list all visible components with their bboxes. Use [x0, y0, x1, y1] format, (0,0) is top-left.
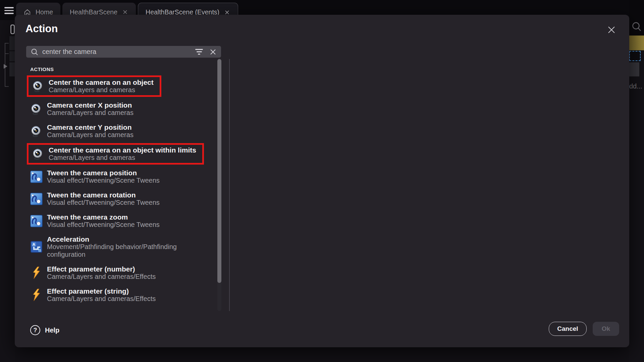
action-item-title: Center the camera on an object within li…	[49, 146, 196, 154]
ok-button[interactable]: Ok	[593, 322, 619, 336]
close-dialog-icon[interactable]	[607, 25, 616, 34]
event-color-block	[629, 36, 644, 50]
help-icon: ?	[30, 325, 40, 335]
search-icon	[31, 48, 39, 56]
action-list-item[interactable]: Effect parameter (number)Camera/Layers a…	[26, 263, 218, 283]
background-block	[9, 36, 15, 50]
action-dialog: Action ACTIONS Center the camera on an	[15, 15, 629, 347]
webcam-icon	[31, 80, 45, 93]
action-list-item[interactable]: Camera center X positionCamera/Layers an…	[26, 99, 218, 119]
gdevelop-app: Home HealthBarScene HealthBarScene (Even…	[0, 0, 644, 362]
action-item-title: Effect parameter (number)	[47, 265, 156, 273]
action-item-path: Camera/Layers and cameras	[47, 109, 133, 117]
clear-search-icon[interactable]	[209, 48, 217, 56]
scrollbar-thumb[interactable]	[217, 59, 221, 283]
help-button[interactable]: ? Help	[30, 325, 59, 335]
tree-line	[5, 86, 9, 87]
action-item-path: Visual effect/Tweening/Scene Tweens	[47, 221, 160, 229]
action-list-item[interactable]: Tween the camera positionVisual effect/T…	[26, 167, 218, 187]
cancel-button[interactable]: Cancel	[549, 322, 586, 336]
background-block	[629, 62, 639, 76]
selected-event-block	[629, 51, 641, 61]
panel-divider	[229, 59, 230, 311]
action-item-path: Camera/Layers and cameras/Effects	[47, 273, 156, 281]
action-item-title: Tween the camera zoom	[47, 213, 160, 221]
tree-line	[5, 53, 9, 54]
background-panel-right: dd...	[629, 0, 644, 362]
action-item-path: Movement/Pathfinding behavior/Pathfindin…	[47, 243, 215, 258]
svg-text:A: A	[32, 242, 35, 246]
pathfinding-icon: A B	[30, 241, 43, 253]
action-item-path: Camera/Layers and cameras/Effects	[47, 295, 156, 303]
action-item-title: Center the camera on an object	[49, 78, 154, 86]
background-block	[9, 51, 15, 61]
menu-icon[interactable]	[4, 7, 14, 16]
search-input[interactable]	[42, 48, 191, 56]
tween-icon	[30, 193, 43, 205]
expand-arrow-icon	[4, 64, 7, 69]
lightning-icon	[30, 289, 43, 301]
dialog-title: Action	[25, 23, 58, 35]
panels-icon	[10, 24, 15, 36]
background-panel-left	[0, 20, 15, 362]
action-item-path: Camera/Layers and cameras	[49, 154, 196, 162]
section-header: ACTIONS	[30, 66, 218, 72]
action-list-item[interactable]: Tween the camera zoomVisual effect/Tween…	[26, 211, 218, 231]
action-list-item[interactable]: Center the camera on an objectCamera/Lay…	[27, 75, 161, 97]
close-tab-icon[interactable]	[122, 9, 128, 15]
background-block	[9, 62, 15, 76]
action-item-title: Camera center X position	[47, 101, 133, 109]
filter-icon[interactable]	[195, 48, 204, 56]
svg-text:B: B	[38, 248, 41, 252]
webcam-icon	[31, 148, 45, 160]
action-list-item[interactable]: Tween the camera rotationVisual effect/T…	[26, 189, 218, 209]
action-list-item[interactable]: Effect parameter (string)Camera/Layers a…	[26, 285, 218, 305]
search-bar	[26, 46, 221, 58]
action-item-path: Visual effect/Tweening/Scene Tweens	[47, 177, 160, 184]
scrollbar-track[interactable]	[217, 59, 221, 311]
action-item-path: Camera/Layers and cameras	[47, 131, 133, 139]
action-list-item[interactable]: A B AccelerationMovement/Pathfinding beh…	[26, 233, 218, 261]
action-list-item[interactable]: Center the camera on an object within li…	[27, 143, 204, 165]
action-item-path: Visual effect/Tweening/Scene Tweens	[47, 199, 160, 206]
search-icon	[631, 21, 642, 35]
lightning-icon	[30, 266, 43, 279]
actions-list: ACTIONS Center the camera on an objectCa…	[26, 66, 218, 312]
tree-line	[5, 43, 9, 44]
webcam-icon	[30, 125, 43, 137]
action-item-title: Effect parameter (string)	[47, 287, 156, 295]
action-item-title: Acceleration	[47, 235, 215, 243]
action-item-title: Camera center Y position	[47, 123, 133, 131]
action-list-item[interactable]: Camera center Y positionCamera/Layers an…	[26, 121, 218, 141]
tween-icon	[30, 171, 43, 183]
help-label: Help	[45, 326, 59, 334]
action-item-title: Tween the camera position	[47, 169, 160, 177]
tween-icon	[30, 215, 43, 227]
truncated-text: dd...	[629, 82, 642, 90]
action-item-title: Tween the camera rotation	[47, 191, 160, 199]
action-item-path: Camera/Layers and cameras	[49, 86, 154, 94]
dialog-actions: Cancel Ok	[549, 322, 619, 336]
webcam-icon	[30, 103, 43, 115]
